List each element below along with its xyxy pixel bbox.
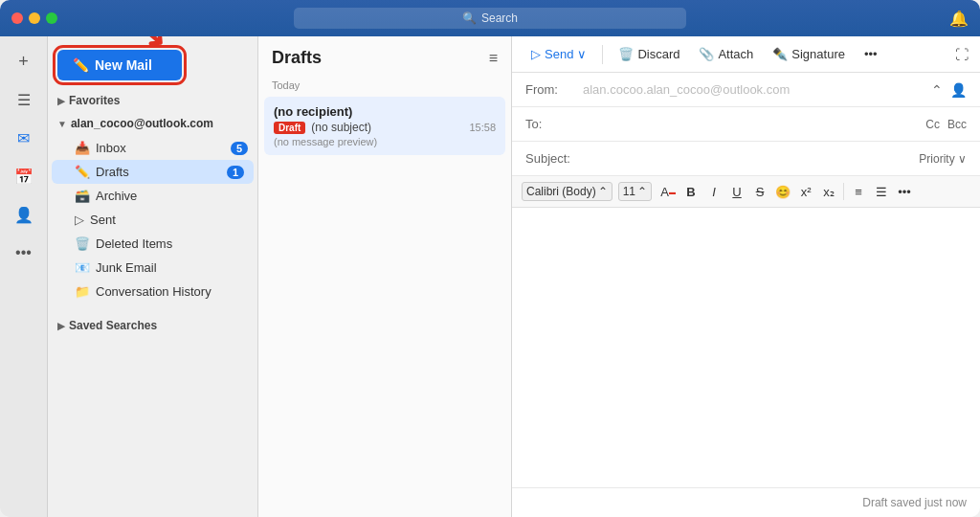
notification-icon[interactable]: 🔔 bbox=[949, 10, 969, 28]
bold-button[interactable]: B bbox=[680, 181, 702, 202]
to-field[interactable]: To: Cc Bcc bbox=[512, 107, 980, 142]
account-label: alan_cocoo@outlook.com bbox=[71, 117, 213, 130]
drafts-badge: 1 bbox=[227, 166, 244, 179]
close-button[interactable] bbox=[11, 12, 23, 24]
numbering-button[interactable]: ☰ bbox=[871, 181, 892, 202]
bcc-button[interactable]: Bcc bbox=[947, 118, 967, 131]
italic-button[interactable]: I bbox=[703, 181, 724, 202]
date-label: Today bbox=[258, 76, 511, 95]
signature-label: Signature bbox=[791, 47, 845, 61]
minimize-button[interactable] bbox=[29, 12, 40, 24]
subject-input[interactable] bbox=[583, 151, 919, 166]
discard-button[interactable]: 🗑️ Discard bbox=[611, 42, 687, 66]
chevron-up-icon[interactable]: ⌃ bbox=[931, 82, 943, 98]
draft-list-item[interactable]: (no recipient) Draft (no subject) 15:58 … bbox=[264, 97, 505, 155]
emoji-button[interactable]: 😊 bbox=[772, 181, 793, 202]
draft-recipient: (no recipient) bbox=[274, 104, 496, 119]
drafts-label: Drafts bbox=[96, 165, 129, 179]
draft-subject: (no subject) bbox=[311, 121, 463, 134]
nav-sidebar: ✏️ New Mail ➜ ▶ Favorites ▼ alan_cocoo@o… bbox=[48, 36, 258, 517]
to-input[interactable] bbox=[583, 117, 925, 131]
search-label: Search bbox=[481, 11, 518, 25]
subscript-button[interactable]: x₂ bbox=[818, 181, 839, 202]
expand-icon[interactable]: ⛶ bbox=[955, 47, 969, 62]
signature-button[interactable]: ✒️ Signature bbox=[765, 42, 853, 66]
calendar-icon-button[interactable]: 📅 bbox=[7, 159, 41, 193]
format-toolbar: Calibri (Body) ⌃ 11 ⌃ A▬ B I U S 😊 x² x₂… bbox=[512, 176, 980, 208]
cc-button[interactable]: Cc bbox=[925, 118, 940, 131]
font-chevron-icon: ⌃ bbox=[598, 185, 608, 198]
deleted-icon: 🗑️ bbox=[75, 236, 90, 251]
more-icon-button[interactable]: ••• bbox=[7, 236, 41, 270]
underline-button[interactable]: U bbox=[726, 181, 747, 202]
more-options-button[interactable]: ••• bbox=[857, 42, 885, 66]
folder-drafts[interactable]: ✏️ Drafts 1 bbox=[52, 160, 254, 184]
folder-inbox[interactable]: 📥 Inbox 5 bbox=[48, 136, 257, 160]
compose-panel: ▷ Send ∨ 🗑️ Discard 📎 Attach ✒️ Signatur… bbox=[512, 36, 980, 517]
people-icon-button[interactable]: 👤 bbox=[7, 197, 41, 232]
send-icon: ▷ bbox=[531, 47, 541, 61]
compose-icon-button[interactable]: + bbox=[7, 44, 41, 79]
format-divider bbox=[843, 183, 844, 200]
superscript-button[interactable]: x² bbox=[795, 181, 816, 202]
subject-field[interactable]: Subject: Priority ∨ bbox=[512, 142, 980, 176]
subject-label: Subject: bbox=[525, 151, 583, 166]
draft-status: Draft saved just now bbox=[862, 496, 967, 509]
from-field: From: alan.cocoo.alan_cocoo@outlook.com … bbox=[512, 73, 980, 107]
send-chevron-icon: ∨ bbox=[577, 47, 587, 61]
history-label: Conversation History bbox=[96, 284, 212, 299]
size-chevron-icon: ⌃ bbox=[637, 185, 647, 198]
signature-icon: ✒️ bbox=[772, 47, 788, 61]
from-actions: ⌃ 👤 bbox=[931, 82, 967, 98]
attach-button[interactable]: 📎 Attach bbox=[691, 42, 761, 66]
cc-bcc-buttons: Cc Bcc bbox=[925, 118, 967, 131]
compose-body[interactable] bbox=[512, 208, 980, 487]
send-label: Send bbox=[545, 47, 573, 61]
saved-chevron-icon: ▶ bbox=[57, 321, 65, 331]
maximize-button[interactable] bbox=[46, 12, 57, 24]
edit-icon: ✏️ bbox=[73, 57, 89, 73]
font-color-button[interactable]: A▬ bbox=[657, 181, 679, 202]
folder-archive[interactable]: 🗃️ Archive bbox=[48, 184, 257, 208]
folder-sent[interactable]: ▷ Sent bbox=[48, 208, 257, 232]
new-mail-button[interactable]: ✏️ New Mail bbox=[57, 50, 182, 80]
font-size: 11 bbox=[623, 185, 635, 198]
font-select[interactable]: Calibri (Body) ⌃ bbox=[522, 182, 612, 201]
compose-editor[interactable] bbox=[525, 217, 967, 478]
folder-junk[interactable]: 📧 Junk Email bbox=[48, 256, 257, 280]
saved-searches-label: Saved Searches bbox=[69, 319, 157, 332]
folder-history[interactable]: 📁 Conversation History bbox=[48, 280, 257, 303]
more-icon: ••• bbox=[864, 47, 878, 61]
favorites-header[interactable]: ▶ Favorites bbox=[48, 90, 257, 111]
attach-icon: 📎 bbox=[699, 47, 714, 61]
font-name: Calibri (Body) bbox=[526, 185, 596, 198]
new-mail-wrapper: ✏️ New Mail ➜ bbox=[48, 44, 257, 90]
priority-button[interactable]: Priority ∨ bbox=[919, 152, 967, 166]
mail-icon-button[interactable]: ✉ bbox=[7, 121, 41, 155]
chevron-right-icon: ▶ bbox=[57, 96, 65, 106]
menu-icon-button[interactable]: ☰ bbox=[7, 82, 41, 117]
attach-label: Attach bbox=[718, 47, 753, 61]
history-icon: 📁 bbox=[75, 284, 90, 299]
folder-deleted[interactable]: 🗑️ Deleted Items bbox=[48, 232, 257, 256]
draft-preview: (no message preview) bbox=[274, 136, 496, 147]
send-button[interactable]: ▷ Send ∨ bbox=[523, 42, 594, 66]
main-layout: + ☰ ✉ 📅 👤 ••• ✏️ New Mail ➜ ▶ Favorites … bbox=[0, 36, 980, 517]
compose-footer: Draft saved just now bbox=[512, 487, 980, 517]
from-value: alan.cocoo.alan_cocoo@outlook.com bbox=[583, 82, 931, 97]
filter-icon[interactable]: ≡ bbox=[489, 50, 498, 67]
search-bar[interactable]: 🔍 Search bbox=[294, 8, 686, 29]
new-mail-label: New Mail bbox=[95, 57, 152, 73]
more-format-button[interactable]: ••• bbox=[894, 181, 915, 202]
account-header[interactable]: ▼ alan_cocoo@outlook.com bbox=[48, 111, 257, 136]
sent-label: Sent bbox=[90, 213, 116, 227]
archive-label: Archive bbox=[96, 189, 137, 203]
strikethrough-button[interactable]: S bbox=[749, 181, 770, 202]
font-size-select[interactable]: 11 ⌃ bbox=[618, 182, 652, 201]
bullets-button[interactable]: ≡ bbox=[848, 181, 869, 202]
saved-searches-header[interactable]: ▶ Saved Searches bbox=[48, 315, 257, 336]
favorites-label: Favorites bbox=[69, 94, 120, 107]
search-icon: 🔍 bbox=[462, 11, 477, 25]
draft-panel-header: Drafts ≡ bbox=[258, 36, 511, 76]
from-picker-icon[interactable]: 👤 bbox=[950, 82, 967, 98]
